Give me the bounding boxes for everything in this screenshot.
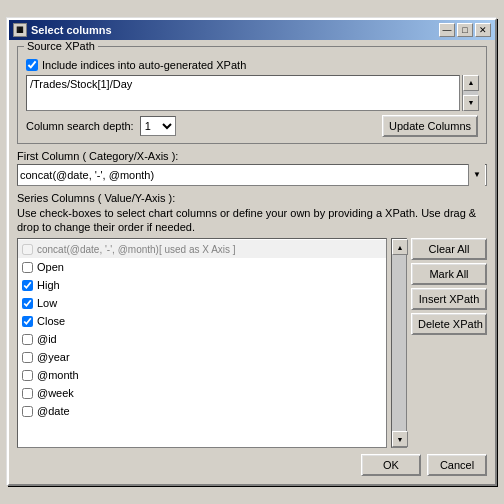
title-bar-text: ▦ Select columns: [13, 23, 112, 37]
maximize-button[interactable]: □: [457, 23, 473, 37]
item-close-label: Close: [37, 315, 65, 327]
update-columns-button[interactable]: Update Columns: [382, 115, 478, 137]
cancel-button[interactable]: Cancel: [427, 454, 487, 476]
item-week-checkbox[interactable]: [22, 388, 33, 399]
series-listbox: concat(@date, '-', @month)[ used as X Ax…: [17, 238, 387, 448]
item-close-checkbox[interactable]: [22, 316, 33, 327]
first-column-label: First Column ( Category/X-Axis ):: [17, 150, 487, 162]
item-concat-checkbox[interactable]: [22, 244, 33, 255]
series-description: Use check-boxes to select chart columns …: [17, 206, 487, 235]
list-item: Low: [18, 294, 386, 312]
item-concat-label: concat(@date, '-', @month)[ used as X Ax…: [37, 244, 236, 255]
item-open-checkbox[interactable]: [22, 262, 33, 273]
list-item: @week: [18, 384, 386, 402]
scroll-down-btn[interactable]: ▼: [463, 95, 479, 111]
dialog-title: Select columns: [31, 24, 112, 36]
list-item: concat(@date, '-', @month)[ used as X Ax…: [18, 240, 386, 258]
list-item: @year: [18, 348, 386, 366]
minimize-button[interactable]: —: [439, 23, 455, 37]
include-indices-row: Include indices into auto-generated XPat…: [26, 59, 478, 71]
delete-xpath-button[interactable]: Delete XPath: [411, 313, 487, 335]
xpath-input-container: /Trades/Stock[1]/Day ▲ ▼: [26, 75, 478, 111]
clear-all-button[interactable]: Clear All: [411, 238, 487, 260]
item-low-label: Low: [37, 297, 57, 309]
depth-select[interactable]: 1 2 3: [140, 116, 176, 136]
include-indices-label: Include indices into auto-generated XPat…: [42, 59, 246, 71]
first-column-select-wrapper: concat(@date, '-', @month): [17, 164, 487, 186]
item-open-label: Open: [37, 261, 64, 273]
item-month-checkbox[interactable]: [22, 370, 33, 381]
first-column-select[interactable]: concat(@date, '-', @month): [17, 164, 487, 186]
item-high-checkbox[interactable]: [22, 280, 33, 291]
source-xpath-group: Source XPath Include indices into auto-g…: [17, 46, 487, 144]
depth-row: Column search depth: 1 2 3 Update Column…: [26, 115, 478, 137]
insert-xpath-button[interactable]: Insert XPath: [411, 288, 487, 310]
list-item: Open: [18, 258, 386, 276]
item-id-checkbox[interactable]: [22, 334, 33, 345]
item-low-checkbox[interactable]: [22, 298, 33, 309]
item-week-label: @week: [37, 387, 74, 399]
series-list-scrollbar: ▲ ▼: [391, 238, 407, 448]
include-indices-checkbox[interactable]: [26, 59, 38, 71]
item-month-label: @month: [37, 369, 79, 381]
xpath-textarea[interactable]: /Trades/Stock[1]/Day: [26, 75, 460, 111]
item-id-label: @id: [37, 333, 57, 345]
item-year-label: @year: [37, 351, 70, 363]
depth-label: Column search depth:: [26, 120, 134, 132]
series-area: concat(@date, '-', @month)[ used as X Ax…: [17, 238, 487, 448]
list-item: @month: [18, 366, 386, 384]
list-scroll-track: [392, 255, 406, 431]
item-date-label: @date: [37, 405, 70, 417]
list-item: @id: [18, 330, 386, 348]
item-high-label: High: [37, 279, 60, 291]
series-label: Series Columns ( Value/Y-Axis ):: [17, 192, 487, 204]
close-button[interactable]: ✕: [475, 23, 491, 37]
source-xpath-legend: Source XPath: [24, 40, 98, 52]
list-scroll-down[interactable]: ▼: [392, 431, 408, 447]
dialog-icon: ▦: [13, 23, 27, 37]
item-year-checkbox[interactable]: [22, 352, 33, 363]
series-buttons: Clear All Mark All Insert XPath Delete X…: [411, 238, 487, 448]
list-item: @date: [18, 402, 386, 420]
list-scroll-up[interactable]: ▲: [392, 239, 408, 255]
mark-all-button[interactable]: Mark All: [411, 263, 487, 285]
item-date-checkbox[interactable]: [22, 406, 33, 417]
ok-button[interactable]: OK: [361, 454, 421, 476]
dialog-content: Source XPath Include indices into auto-g…: [9, 40, 495, 485]
footer-buttons: OK Cancel: [17, 454, 487, 476]
select-columns-dialog: ▦ Select columns — □ ✕ Source XPath Incl…: [7, 18, 497, 487]
list-item: Close: [18, 312, 386, 330]
xpath-scrollbar: ▲ ▼: [462, 75, 478, 111]
title-controls: — □ ✕: [439, 23, 491, 37]
series-list-inner: concat(@date, '-', @month)[ used as X Ax…: [18, 239, 386, 447]
scroll-up-btn[interactable]: ▲: [463, 75, 479, 91]
title-bar: ▦ Select columns — □ ✕: [9, 20, 495, 40]
list-item: High: [18, 276, 386, 294]
